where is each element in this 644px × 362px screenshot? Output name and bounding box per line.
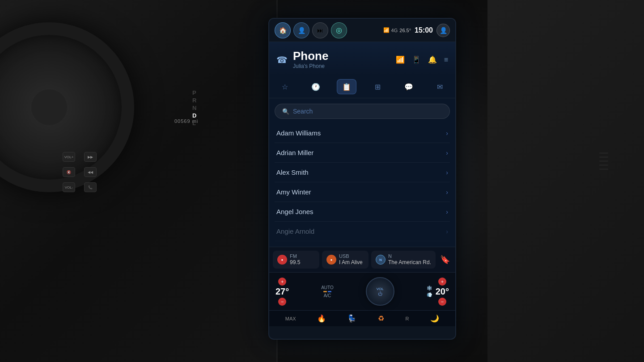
steering-wheel-buttons: VOL+ ▶▶ 🔇 ◀◀ VOL- 📞: [63, 152, 97, 192]
climate-center-controls: AUTO A/C: [321, 285, 334, 298]
contacts-icon: 📋: [342, 83, 351, 91]
left-temp-display: 27°: [275, 286, 289, 297]
right-temp-decrease[interactable]: −: [438, 298, 446, 306]
right-temp-increase[interactable]: +: [438, 278, 446, 286]
seat-heat-icon[interactable]: 💺: [347, 314, 356, 323]
nav-direction-label: N: [388, 254, 431, 259]
sw-next-track[interactable]: ▶▶: [84, 152, 97, 162]
tab-favorites[interactable]: ☆: [275, 79, 295, 94]
time-display: 15:00: [415, 26, 433, 34]
chevron-right-icon: ›: [446, 149, 448, 156]
clock-icon: 🕐: [311, 83, 320, 91]
contact-item-angie-arnold[interactable]: Angie Arnold ›: [275, 222, 450, 241]
user-profile-button[interactable]: 👤: [436, 24, 450, 37]
media-nav-button[interactable]: ⏭: [312, 22, 328, 38]
top-bar: 🏠 👤 ⏭ ◎ 📶 4G 26.5° 15:00 👤: [269, 19, 455, 42]
star-icon: ☆: [282, 83, 288, 91]
signal-icon: 4G: [391, 28, 398, 33]
usb-label: USB: [339, 254, 364, 259]
phone-title-area: ☎ Phone Julia's Phone: [276, 50, 328, 69]
right-temp-display: 20°: [436, 286, 449, 297]
assistant-button[interactable]: ◎: [331, 22, 347, 38]
max-label: MAX: [285, 316, 296, 321]
fan-icon[interactable]: 💨: [427, 292, 432, 297]
search-placeholder: Search: [293, 108, 313, 115]
volume-knob[interactable]: VOL ⏻: [366, 277, 394, 306]
tab-contacts[interactable]: 📋: [337, 79, 356, 94]
phone-subtitle: Julia's Phone: [293, 63, 328, 69]
contact-name: Adrian Miller: [276, 149, 314, 156]
tab-keypad[interactable]: ⊞: [368, 79, 388, 94]
sw-prev-track[interactable]: ◀◀: [84, 167, 97, 177]
tab-recent[interactable]: 🕐: [306, 79, 326, 94]
top-right-info: 📶 4G 26.5° 15:00 👤: [383, 24, 450, 37]
keypad-icon: ⊞: [375, 83, 381, 91]
auto-label: AUTO: [321, 285, 334, 290]
nav-text: N The American Rd.: [388, 254, 431, 265]
bluetooth-icon[interactable]: 📶: [396, 55, 405, 64]
tab-email[interactable]: ✉: [430, 79, 449, 94]
contact-item-alex-smith[interactable]: Alex Smith ›: [275, 163, 450, 182]
main-screen: 🏠 👤 ⏭ ◎ 📶 4G 26.5° 15:00 👤: [268, 18, 456, 340]
auto-dots: [323, 291, 331, 292]
nav-icons: 🏠 👤 ⏭ ◎: [275, 22, 347, 38]
left-temp-decrease[interactable]: −: [278, 298, 286, 306]
defrost-icon[interactable]: ❄️: [427, 286, 432, 290]
sw-mute[interactable]: 🔇: [63, 167, 75, 177]
chevron-right-icon: ›: [446, 130, 448, 137]
contact-item-adam-williams[interactable]: Adam Williams ›: [275, 123, 450, 143]
tab-bar: ☆ 🕐 📋 ⊞ 💬 ✉: [269, 76, 455, 98]
media-nav-item[interactable]: N N The American Rd.: [371, 251, 436, 269]
usb-dot: ●: [326, 255, 336, 265]
bell-icon[interactable]: 🔔: [428, 55, 437, 64]
contact-item-adrian-miller[interactable]: Adrian Miller ›: [275, 143, 450, 163]
gear-p: P: [192, 89, 196, 96]
search-bar[interactable]: 🔍 Search: [275, 104, 450, 119]
contact-name: Amy Winter: [276, 188, 311, 196]
profile-icon: 👤: [440, 27, 447, 34]
sw-phone[interactable]: 📞: [84, 182, 97, 192]
contact-item-amy-winter[interactable]: Amy Winter ›: [275, 182, 450, 202]
menu-icon[interactable]: ≡: [444, 56, 448, 64]
fm-dot: ●: [277, 255, 287, 265]
gear-d-active: D: [192, 112, 196, 119]
tab-messages[interactable]: 💬: [399, 79, 419, 94]
phone-nav-button[interactable]: 👤: [293, 22, 309, 38]
climate-bar: + 27° − AUTO A/C VOL ⏻ ❄️ 💨 + 20°: [269, 272, 455, 310]
climate-right: ❄️ 💨 + 20° −: [427, 278, 449, 306]
bottom-controls: MAX 🔥 💺 ♻ R 🌙: [269, 310, 455, 326]
fm-value: 99.5: [290, 259, 315, 265]
climate-left: + 27° −: [275, 278, 289, 306]
contact-name: Angel Jones: [276, 208, 314, 215]
contact-item-angel-jones[interactable]: Angel Jones ›: [275, 202, 450, 222]
purple-bookmark[interactable]: 🔖: [438, 251, 452, 269]
sw-vol-up[interactable]: VOL+: [63, 152, 75, 162]
chevron-right-icon: ›: [446, 208, 448, 215]
sw-vol-down[interactable]: VOL-: [63, 182, 75, 192]
recirculate-icon[interactable]: ♻: [378, 314, 384, 323]
vol-label: VOL: [377, 287, 384, 291]
assistant-icon: ◎: [336, 26, 342, 34]
phone-header: ☎ Phone Julia's Phone 📶 📱 🔔 ≡: [269, 42, 455, 76]
ac-label: A/C: [324, 293, 331, 298]
home-button[interactable]: 🏠: [275, 22, 291, 38]
contact-list: Adam Williams › Adrian Miller › Alex Smi…: [275, 123, 450, 241]
chevron-right-icon: ›: [446, 189, 448, 196]
contact-name: Angie Arnold: [276, 227, 314, 235]
night-mode-icon[interactable]: 🌙: [430, 314, 439, 323]
rear-label: R: [405, 316, 409, 321]
nav-road: The American Rd.: [388, 259, 431, 265]
power-icon: ⏻: [378, 291, 382, 296]
gear-n: N: [192, 105, 196, 111]
left-temp-increase[interactable]: +: [278, 278, 286, 286]
sim-icon[interactable]: 📱: [412, 55, 421, 64]
status-icons: 📶 4G 26.5°: [383, 27, 411, 33]
nav-dot: N: [376, 255, 386, 265]
phone-icon: ☎: [276, 55, 288, 65]
media-fm-item[interactable]: ● FM 99.5: [273, 251, 319, 269]
media-usb-item[interactable]: ● USB I Am Alive: [322, 251, 369, 269]
dashboard-left: P R N D L 00569 mi VOL+ ▶▶ 🔇 ◀◀ VOL- 📞: [0, 0, 277, 362]
bookmark-icon: 🔖: [440, 255, 450, 265]
fm-label: FM: [290, 254, 315, 259]
rear-defrost-icon[interactable]: 🔥: [317, 314, 326, 323]
